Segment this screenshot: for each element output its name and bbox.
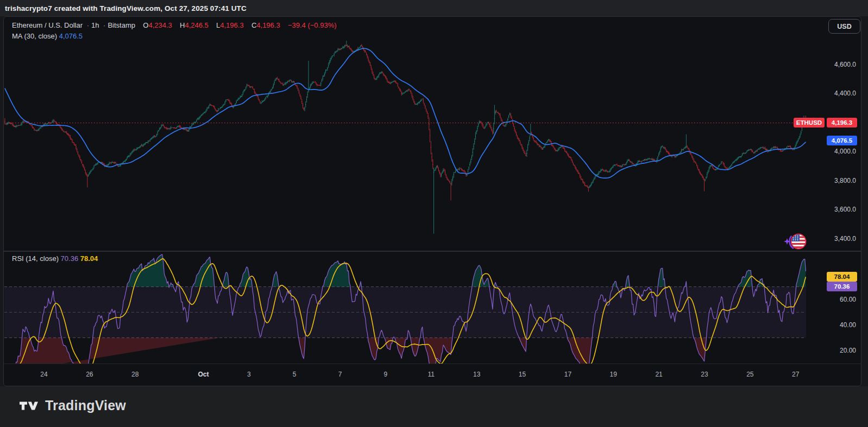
pane-divider[interactable] xyxy=(4,251,861,252)
time-tick-label: Oct xyxy=(198,370,209,379)
footer-bar xyxy=(0,386,868,427)
price-tick-label: 3,400.0 xyxy=(810,234,859,243)
time-tick-label: 11 xyxy=(428,370,435,379)
legend-separator2: · xyxy=(101,21,108,29)
rsi-value-text: 70.36 xyxy=(834,283,850,290)
time-tick-label: 27 xyxy=(792,370,799,379)
time-tick-label: 25 xyxy=(746,370,753,379)
attribution-bar: trishacrypto7 created with TradingView.c… xyxy=(0,0,868,16)
legend-separator: · xyxy=(85,21,91,29)
time-tick-label: 23 xyxy=(701,370,708,379)
price-tick-label: 4,000.0 xyxy=(810,147,859,156)
symbol-legend: Ethereum / U.S. Dollar ·1h ·Bitstamp O4,… xyxy=(12,21,337,29)
interval-label: 1h xyxy=(91,21,99,29)
ohlc-open-value: 4,234.3 xyxy=(148,21,172,29)
time-axis-divider xyxy=(4,364,861,364)
time-tick-label: 7 xyxy=(338,370,342,379)
ohlc-close-value: 4,196.3 xyxy=(256,21,280,29)
tradingview-wordmark: TradingView xyxy=(45,398,126,413)
last-price-tag: 4,196.3 xyxy=(827,118,857,128)
tradingview-logo[interactable]: TradingView xyxy=(20,398,126,413)
rsi-ma-text: 78.04 xyxy=(834,273,850,280)
currency-button[interactable]: USD xyxy=(828,19,860,34)
symbol-title: Ethereum / U.S. Dollar xyxy=(12,21,83,29)
ma-line xyxy=(5,48,806,178)
attribution-text: trishacrypto7 created with TradingView.c… xyxy=(0,4,247,12)
time-tick-label: 5 xyxy=(293,370,297,379)
rsi-legend-label: RSI (14, close) xyxy=(12,254,59,263)
rsi-ma-value: 78.04 xyxy=(80,254,98,263)
symbol-price-tag: ETHUSD xyxy=(794,118,825,128)
time-tick-label: 9 xyxy=(384,370,388,379)
ma-legend: MA (30, close) 4,076.5 xyxy=(12,32,83,40)
price-pane[interactable] xyxy=(4,16,806,251)
price-tick-label: 4,600.0 xyxy=(810,60,859,69)
change-value: −39.4 (−0.93%) xyxy=(288,21,337,29)
rsi-value: 70.36 xyxy=(61,254,79,263)
rsi-legend: RSI (14, close) 70.36 78.04 xyxy=(12,254,98,263)
rsi-tick-label: 60.00 xyxy=(810,295,859,304)
exchange-label: Bitstamp xyxy=(108,21,135,29)
us-flag-avatar-watermark xyxy=(782,231,810,252)
rsi-ma-tag: 78.04 xyxy=(827,272,857,282)
ma-legend-value: 4,076.5 xyxy=(59,32,83,40)
rsi-chart-canvas[interactable] xyxy=(4,252,806,364)
time-tick-label: 3 xyxy=(247,370,251,379)
ma-legend-label: MA (30, close) xyxy=(12,32,57,40)
symbol-tag-text: ETHUSD xyxy=(796,119,822,126)
tradingview-mark-icon xyxy=(20,398,38,413)
ma-price-text: 4,076.5 xyxy=(832,137,852,144)
time-tick-label: 19 xyxy=(610,370,617,379)
time-tick-label: 15 xyxy=(519,370,526,379)
rsi-value-tag: 70.36 xyxy=(827,282,857,291)
time-tick-label: 28 xyxy=(131,370,139,379)
price-tick-label: 3,800.0 xyxy=(810,176,859,185)
time-tick-label: 13 xyxy=(473,370,480,379)
time-tick-label: 21 xyxy=(655,370,662,379)
ohlc-high-value: 4,246.5 xyxy=(185,21,208,29)
price-chart-canvas[interactable] xyxy=(4,16,806,251)
rsi-tick-label: 40.00 xyxy=(810,321,859,329)
currency-button-label: USD xyxy=(837,23,851,30)
ma-price-tag: 4,076.5 xyxy=(827,136,857,145)
ohlc-open-label: O xyxy=(143,21,148,29)
us-flag-icon xyxy=(782,231,810,252)
time-tick-label: 26 xyxy=(86,370,93,379)
rsi-tick-label: 20.00 xyxy=(810,346,859,355)
last-price-text: 4,196.3 xyxy=(832,119,852,126)
rsi-pane[interactable] xyxy=(4,252,806,364)
ohlc-close-label: C xyxy=(251,21,256,29)
time-tick-label: 24 xyxy=(40,370,47,379)
ohlc-high-label: H xyxy=(180,21,185,29)
price-tick-label: 4,400.0 xyxy=(810,89,859,98)
price-tick-label: 3,600.0 xyxy=(810,205,859,214)
ohlc-low-value: 4,196.3 xyxy=(220,21,243,29)
time-tick-label: 17 xyxy=(564,370,571,379)
